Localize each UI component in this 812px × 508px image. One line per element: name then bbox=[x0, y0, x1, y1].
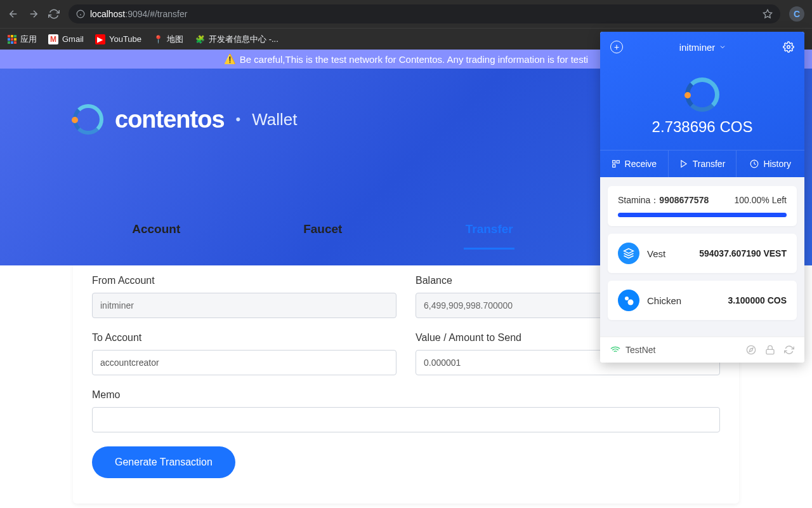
maps-icon: 📍 bbox=[153, 34, 163, 44]
chicken-icon bbox=[618, 290, 639, 311]
history-button[interactable]: History bbox=[737, 150, 804, 177]
warning-icon: ⚠️ bbox=[224, 53, 236, 65]
generate-transaction-button[interactable]: Generate Transaction bbox=[92, 446, 235, 478]
gmail-icon: M bbox=[48, 34, 58, 44]
gmail-bookmark[interactable]: MGmail bbox=[48, 34, 84, 44]
svg-rect-16 bbox=[766, 349, 774, 354]
address-bar[interactable]: localhost:9094/#/transfer bbox=[69, 4, 780, 23]
memo-input[interactable] bbox=[92, 407, 720, 432]
receive-button[interactable]: Receive bbox=[600, 150, 669, 177]
svg-rect-7 bbox=[612, 164, 615, 167]
apps-icon bbox=[8, 35, 16, 44]
tab-faucet[interactable]: Faucet bbox=[240, 210, 407, 249]
stamina-label: Stamina： bbox=[618, 195, 659, 205]
svg-rect-6 bbox=[617, 161, 619, 163]
svg-point-11 bbox=[625, 297, 629, 300]
asset-name: Vest bbox=[647, 248, 665, 259]
ext-logo-icon bbox=[685, 77, 719, 112]
ext-header: + initminer 2.738696 COS Receive Transfe… bbox=[600, 32, 804, 177]
svg-marker-3 bbox=[763, 10, 771, 18]
contentos-logo-icon bbox=[73, 104, 103, 135]
forward-button[interactable] bbox=[28, 8, 39, 20]
asset-name: Chicken bbox=[647, 295, 681, 306]
url-host: localhost bbox=[90, 9, 125, 19]
from-account-input[interactable] bbox=[92, 293, 396, 318]
tab-account[interactable]: Account bbox=[73, 210, 240, 249]
bookmark-star-icon[interactable] bbox=[763, 9, 773, 19]
reload-button[interactable] bbox=[48, 8, 60, 20]
svg-rect-5 bbox=[612, 161, 615, 163]
network-icon bbox=[610, 345, 620, 355]
chevron-down-icon bbox=[719, 43, 726, 51]
lock-icon[interactable] bbox=[765, 345, 775, 355]
to-account-label: To Account bbox=[92, 332, 396, 344]
asset-chicken[interactable]: Chicken 3.100000 COS bbox=[608, 281, 797, 320]
refresh-icon[interactable] bbox=[784, 345, 794, 355]
ext-footer: TestNet bbox=[600, 337, 804, 363]
logo-separator: • bbox=[236, 111, 241, 128]
account-name: initminer bbox=[679, 42, 716, 53]
logo-subtitle: Wallet bbox=[252, 110, 297, 130]
stamina-card: Stamina：9908677578 100.00% Left bbox=[608, 186, 797, 226]
dev-bookmark[interactable]: 🧩开发者信息中心 -... bbox=[195, 34, 278, 45]
svg-marker-15 bbox=[749, 348, 753, 352]
svg-point-12 bbox=[628, 300, 634, 305]
youtube-icon: ▶ bbox=[95, 34, 105, 44]
logo-text: contentos bbox=[115, 106, 225, 133]
browser-toolbar: localhost:9094/#/transfer C bbox=[0, 0, 812, 28]
from-account-label: From Account bbox=[92, 275, 396, 286]
extension-popup: + initminer 2.738696 COS Receive Transfe… bbox=[600, 32, 804, 363]
settings-button[interactable] bbox=[783, 41, 794, 53]
svg-point-4 bbox=[787, 46, 790, 49]
network-label: TestNet bbox=[625, 345, 655, 355]
transfer-button[interactable]: Transfer bbox=[669, 150, 737, 177]
ext-balance: 2.738696 COS bbox=[600, 118, 804, 150]
asset-vest[interactable]: Vest 594037.607190 VEST bbox=[608, 234, 797, 273]
url-path: :9094/#/transfer bbox=[125, 9, 187, 19]
svg-marker-10 bbox=[624, 249, 634, 254]
dev-icon: 🧩 bbox=[195, 34, 205, 44]
svg-point-14 bbox=[747, 345, 755, 354]
stamina-bar bbox=[618, 213, 787, 217]
apps-bookmark[interactable]: 应用 bbox=[8, 34, 37, 45]
extension-icon[interactable]: C bbox=[789, 6, 804, 22]
asset-value: 3.100000 COS bbox=[728, 295, 787, 305]
to-account-input[interactable] bbox=[92, 350, 396, 375]
warning-text: Be careful,This is the test network for … bbox=[240, 54, 588, 65]
account-selector[interactable]: initminer bbox=[679, 42, 727, 53]
svg-marker-8 bbox=[681, 161, 686, 168]
youtube-bookmark[interactable]: ▶YouTube bbox=[95, 34, 141, 44]
maps-bookmark[interactable]: 📍地图 bbox=[153, 34, 183, 45]
stamina-left: 100.00% Left bbox=[734, 195, 787, 206]
receive-icon bbox=[612, 159, 620, 168]
tab-transfer[interactable]: Transfer bbox=[406, 210, 573, 249]
vest-icon bbox=[618, 243, 639, 264]
stamina-value: 9908677578 bbox=[659, 195, 709, 205]
back-button[interactable] bbox=[8, 8, 19, 20]
add-account-button[interactable]: + bbox=[610, 41, 623, 53]
history-icon bbox=[750, 159, 759, 168]
transfer-icon bbox=[679, 159, 688, 168]
ext-body: Stamina：9908677578 100.00% Left Vest 594… bbox=[600, 177, 804, 337]
compass-icon[interactable] bbox=[746, 345, 756, 355]
memo-label: Memo bbox=[92, 389, 720, 401]
info-icon bbox=[76, 10, 85, 18]
asset-value: 594037.607190 VEST bbox=[699, 248, 787, 258]
